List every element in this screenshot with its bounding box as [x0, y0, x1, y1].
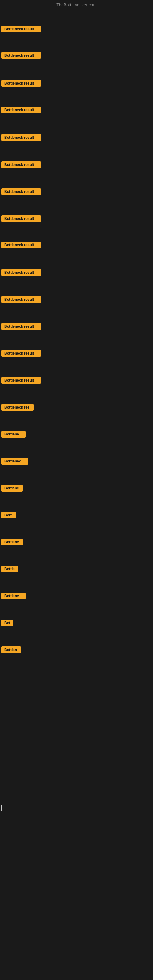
bottleneck-badge-3[interactable]: Bottleneck result: [1, 80, 41, 87]
result-row-15[interactable]: Bottleneck res: [1, 404, 33, 412]
result-row-21[interactable]: Bottle: [1, 566, 18, 574]
result-row-17[interactable]: Bottleneck r: [1, 458, 28, 466]
bottleneck-badge-2[interactable]: Bottleneck result: [1, 52, 41, 59]
result-row-5[interactable]: Bottleneck result: [1, 134, 41, 142]
result-row-6[interactable]: Bottleneck result: [1, 161, 41, 169]
result-row-10[interactable]: Bottleneck result: [1, 269, 41, 277]
bottleneck-badge-6[interactable]: Bottleneck result: [1, 161, 41, 168]
bottleneck-badge-22[interactable]: Bottleneck: [1, 593, 26, 599]
result-row-2[interactable]: Bottleneck result: [1, 52, 41, 60]
result-row-7[interactable]: Bottleneck result: [1, 188, 41, 196]
result-row-12[interactable]: Bottleneck result: [1, 323, 41, 331]
bottleneck-badge-11[interactable]: Bottleneck result: [1, 296, 41, 303]
bottleneck-badge-14[interactable]: Bottleneck result: [1, 377, 41, 384]
result-row-19[interactable]: Bott: [1, 512, 16, 520]
bottleneck-badge-18[interactable]: Bottlene: [1, 485, 22, 492]
bottleneck-badge-4[interactable]: Bottleneck result: [1, 107, 41, 113]
result-row-8[interactable]: Bottleneck result: [1, 215, 41, 223]
result-row-23[interactable]: Bot: [1, 620, 13, 627]
result-row-3[interactable]: Bottleneck result: [1, 80, 41, 88]
bottleneck-badge-8[interactable]: Bottleneck result: [1, 215, 41, 222]
bottleneck-badge-23[interactable]: Bot: [1, 620, 13, 626]
result-row-18[interactable]: Bottlene: [1, 485, 22, 493]
bottleneck-badge-10[interactable]: Bottleneck result: [1, 269, 41, 276]
bottleneck-badge-13[interactable]: Bottleneck result: [1, 350, 41, 357]
bottleneck-badge-19[interactable]: Bott: [1, 512, 16, 519]
result-row-4[interactable]: Bottleneck result: [1, 107, 41, 115]
bottleneck-badge-20[interactable]: Bottlene: [1, 539, 22, 546]
result-row-24[interactable]: Bottlen: [1, 646, 21, 654]
result-row-1[interactable]: Bottleneck result: [1, 26, 41, 34]
bottleneck-badge-21[interactable]: Bottle: [1, 566, 18, 573]
text-cursor: [1, 805, 2, 811]
bottleneck-badge-24[interactable]: Bottlen: [1, 646, 21, 653]
bottleneck-badge-1[interactable]: Bottleneck result: [1, 26, 41, 32]
result-row-13[interactable]: Bottleneck result: [1, 350, 41, 358]
result-row-16[interactable]: Bottleneck: [1, 431, 26, 439]
bottleneck-badge-7[interactable]: Bottleneck result: [1, 188, 41, 195]
site-title: TheBottlenecker.com: [0, 0, 153, 8]
bottleneck-badge-5[interactable]: Bottleneck result: [1, 134, 41, 141]
result-row-20[interactable]: Bottlene: [1, 539, 22, 547]
bottleneck-badge-9[interactable]: Bottleneck result: [1, 242, 41, 248]
result-row-22[interactable]: Bottleneck: [1, 593, 26, 601]
bottleneck-badge-17[interactable]: Bottleneck r: [1, 458, 28, 465]
result-row-11[interactable]: Bottleneck result: [1, 296, 41, 304]
bottleneck-badge-16[interactable]: Bottleneck: [1, 431, 26, 438]
result-row-14[interactable]: Bottleneck result: [1, 377, 41, 385]
bottleneck-badge-15[interactable]: Bottleneck res: [1, 404, 33, 411]
result-row-9[interactable]: Bottleneck result: [1, 242, 41, 250]
results-container: Bottleneck resultBottleneck resultBottle…: [0, 8, 153, 980]
bottleneck-badge-12[interactable]: Bottleneck result: [1, 323, 41, 330]
